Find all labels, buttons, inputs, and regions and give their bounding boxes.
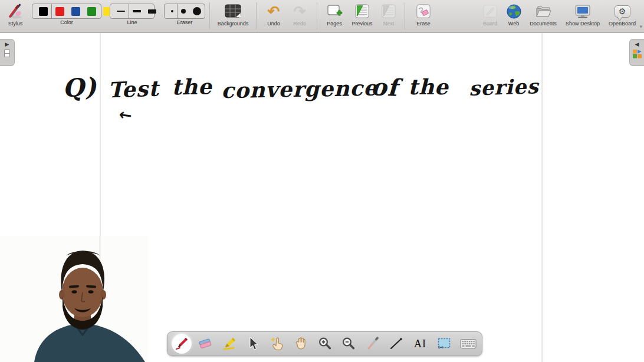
color-swatch-green[interactable]: [84, 4, 100, 18]
library-icon: [633, 50, 642, 58]
capture-tool-button[interactable]: ✂: [434, 334, 454, 354]
virtual-keyboard-tool-button[interactable]: [458, 334, 478, 354]
next-page-label: Next: [383, 21, 395, 27]
previous-page-button[interactable]: Previous: [347, 2, 377, 27]
pages-icon: [326, 2, 343, 20]
eraser-large[interactable]: [189, 4, 205, 18]
documents-button[interactable]: Documents: [525, 2, 561, 27]
redo-button[interactable]: ↷ Redo: [287, 2, 313, 27]
pages-button[interactable]: Pages: [321, 2, 347, 27]
eraser-label: Eraser: [177, 19, 193, 25]
erase-icon: [415, 2, 432, 20]
handwriting-arrow-stroke: ←: [118, 106, 134, 125]
left-panel-tab[interactable]: ▶: [0, 39, 15, 66]
show-desktop-button[interactable]: Show Desktop: [561, 2, 604, 27]
expand-left-panel-icon: ▶: [5, 42, 9, 47]
pan-hand-tool-button[interactable]: [291, 334, 311, 354]
laser-pointer-icon: [365, 336, 380, 351]
stylus-label: Stylus: [8, 21, 23, 27]
openboard-gear-icon: ⚙: [615, 2, 630, 20]
zoom-in-icon: [317, 336, 333, 351]
eraser-small-selected[interactable]: [167, 4, 178, 18]
text-tool-icon: AI: [414, 338, 426, 350]
next-page-button[interactable]: Next: [377, 2, 400, 27]
color-palette: [32, 4, 101, 19]
toolbar-separator: [256, 2, 257, 29]
backgrounds-icon: [224, 2, 242, 20]
expand-right-panel-icon: ◀: [635, 42, 639, 47]
openboard-window: Stylus Color Line: [0, 0, 644, 362]
capture-scissors-icon: ✂: [436, 336, 452, 351]
color-label: Color: [60, 19, 73, 25]
eraser-medium[interactable]: [178, 4, 189, 18]
stylus-dock-toolbar: AI ✂: [167, 331, 482, 356]
undo-button[interactable]: ↶ Undo: [261, 2, 287, 27]
marker-icon: [222, 336, 237, 351]
board-button[interactable]: Board: [478, 2, 502, 27]
color-swatch-red[interactable]: [52, 4, 68, 18]
interact-pointer-tool-button[interactable]: [267, 334, 287, 354]
marker-tool-button[interactable]: [219, 334, 239, 354]
toolbar-separator: [405, 2, 405, 29]
toolbar-separator: [317, 2, 317, 29]
web-globe-icon: [506, 2, 522, 20]
handwriting-question-prefix: Q): [61, 72, 98, 103]
svg-text:✂: ✂: [438, 344, 443, 351]
handwriting-word: the: [408, 74, 449, 99]
line-group: Line: [110, 2, 155, 25]
undo-label: Undo: [267, 21, 280, 27]
board-label: Board: [483, 21, 497, 27]
erase-button[interactable]: Erase: [409, 2, 438, 27]
show-desktop-monitor-icon: [574, 2, 592, 20]
eraser-group: Eraser: [164, 2, 205, 25]
previous-page-label: Previous: [351, 21, 372, 27]
right-panel-tab[interactable]: ◀: [629, 39, 644, 66]
handwriting-word: the: [172, 74, 212, 99]
backgrounds-label: Backgrounds: [218, 21, 249, 27]
stylus-button[interactable]: Stylus: [4, 2, 27, 27]
zoom-in-tool-button[interactable]: [315, 334, 335, 354]
pages-label: Pages: [327, 21, 342, 27]
text-tool-button[interactable]: AI: [410, 334, 431, 354]
redo-icon: ↷: [294, 2, 306, 20]
page-right-edge-line: [541, 33, 543, 362]
line-width-picker: [110, 4, 155, 19]
eraser-icon: [198, 336, 213, 351]
pointing-hand-icon: [270, 336, 285, 351]
open-hand-icon: [293, 336, 308, 351]
color-swatch-black-selected[interactable]: [35, 4, 52, 18]
line-thick[interactable]: [144, 4, 160, 18]
keyboard-icon: [460, 338, 477, 350]
documents-label: Documents: [530, 21, 557, 27]
color-group: Color: [32, 2, 101, 25]
selector-tool-button[interactable]: [243, 334, 263, 354]
line-icon: [389, 336, 404, 351]
backgrounds-button[interactable]: Backgrounds: [214, 2, 252, 27]
zoom-out-icon: [341, 336, 356, 351]
line-tool-button[interactable]: [386, 334, 406, 354]
web-label: Web: [508, 21, 519, 27]
previous-page-icon: [354, 2, 370, 20]
erase-label: Erase: [416, 21, 431, 27]
handwriting-word: of: [370, 73, 399, 101]
color-swatch-blue[interactable]: [68, 4, 84, 18]
cursor-arrow-icon: [245, 336, 261, 351]
web-button[interactable]: Web: [502, 2, 525, 27]
laser-pointer-tool-button[interactable]: [363, 334, 383, 354]
zoom-out-tool-button[interactable]: [339, 334, 359, 354]
stylus-icon: [6, 2, 24, 20]
line-medium[interactable]: [129, 4, 144, 18]
openboard-menu-button[interactable]: ⚙ OpenBoard: [604, 2, 640, 27]
eraser-tool-button[interactable]: [195, 334, 215, 354]
board-icon: [482, 2, 498, 20]
pen-tool-button[interactable]: [172, 334, 192, 354]
presenter-webcam-video: [0, 236, 147, 362]
line-label: Line: [127, 19, 137, 25]
handwriting-word: series: [468, 74, 539, 100]
toolbar-overflow-arrow-icon[interactable]: ▾: [639, 24, 642, 29]
show-desktop-label: Show Desktop: [566, 21, 600, 27]
handwriting-word: convergence: [221, 75, 378, 103]
line-thin-selected[interactable]: [113, 4, 129, 18]
page-navigator-icon: [4, 50, 11, 58]
openboard-label: OpenBoard: [609, 21, 636, 27]
